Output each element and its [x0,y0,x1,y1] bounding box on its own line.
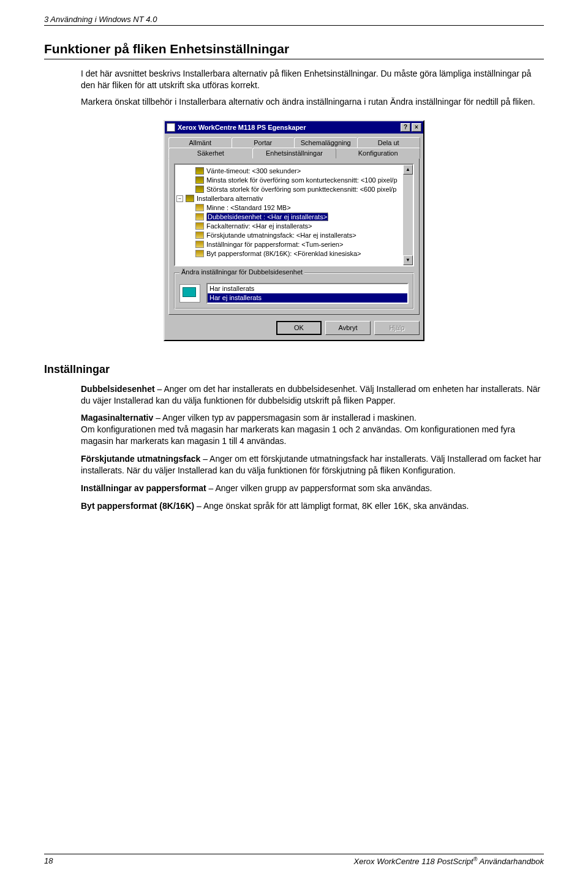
tree-row[interactable]: Dubbelsidesenhet : <Har ej installerats> [176,213,412,222]
tree-label: Förskjutande utmatningsfack: <Har ej ins… [206,231,356,239]
section-heading: Funktioner på fliken Enhetsinställningar [44,42,544,59]
setting-8k-16k: Byt pappersformat (8K/16K) – Ange önskat… [81,500,544,512]
tree-label: Största storlek för överföring som punkt… [206,186,396,193]
option-node-icon [195,213,204,220]
tree-label: Fackalternativ: <Har ej installerats> [206,222,312,230]
tree-label: Minsta storlek för överföring som kontur… [206,176,398,184]
dialog-titlebar: Xerox WorkCentre M118 PS Egenskaper ? × [165,121,423,134]
option-node-icon [195,222,204,230]
tree-row[interactable]: −Installerbara alternativ [176,194,412,203]
tree-row[interactable]: Byt pappersformat (8K/16K): <Förenklad k… [176,249,412,258]
help-dialog-button: Hjälp [374,321,420,335]
tree-label: Byt pappersformat (8K/16K): <Förenklad k… [206,250,361,257]
folder-node-icon [195,167,204,175]
cancel-button[interactable]: Avbryt [325,321,371,335]
tree-row[interactable]: Vänte-timeout: <300 sekunder> [176,167,412,176]
options-tree[interactable]: Vänte-timeout: <300 sekunder>Minsta stor… [174,164,414,266]
list-item[interactable]: Har ej installerats [208,293,407,303]
intro-paragraph-1: I det här avsnittet beskrivs Installerba… [81,68,544,91]
ok-button[interactable]: OK [276,321,322,335]
tree-toggle-icon[interactable]: − [176,195,183,202]
tree-row[interactable]: Minne : <Standard 192 MB> [176,203,412,213]
list-item[interactable]: Har installerats [208,284,407,293]
folder-node-icon [195,186,204,193]
title-icon [167,123,175,132]
setting-paper-format: Inställningar av pappersformat – Anger v… [81,483,544,494]
setting-tray: Magasinalternativ – Anger vilken typ av … [81,412,544,447]
folder-node-icon [186,195,194,202]
tab-dela-ut[interactable]: Dela ut [357,137,421,148]
scroll-down-icon[interactable]: ▼ [403,255,413,265]
close-button[interactable]: × [412,123,421,132]
value-listbox[interactable]: Har installerats Har ej installerats [206,283,409,304]
tab-panel: Vänte-timeout: <300 sekunder>Minsta stor… [168,158,420,315]
option-node-icon [195,241,204,248]
tree-scrollbar[interactable]: ▲ ▼ [403,165,413,265]
tree-label: Minne : <Standard 192 MB> [206,204,291,211]
book-title: Xerox WorkCentre 118 PostScript® Använda… [354,856,544,866]
help-button[interactable]: ? [401,123,410,132]
tree-row[interactable]: Inställningar för pappersformat: <Tum-se… [176,240,412,249]
folder-node-icon [195,176,204,184]
tab-row-back: Allmänt Portar Schemaläggning Dela ut [168,137,420,148]
tree-row[interactable]: Förskjutande utmatningsfack: <Har ej ins… [176,231,412,240]
tree-label: Vänte-timeout: <300 sekunder> [206,167,301,175]
dialog-buttons: OK Avbryt Hjälp [168,321,420,335]
option-node-icon [195,231,204,239]
scroll-up-icon[interactable]: ▲ [403,165,413,175]
tree-label: Installerbara alternativ [197,195,263,202]
tab-allmant[interactable]: Allmänt [168,137,232,148]
running-header: 3 Användning i Windows NT 4.0 [44,15,544,26]
tab-row-front: Säkerhet Enhetsinställningar Konfigurati… [168,148,420,159]
tab-sakerhet[interactable]: Säkerhet [168,148,253,159]
option-node-icon [195,250,204,257]
option-node-icon [195,204,204,211]
tab-konfiguration[interactable]: Konfiguration [336,148,420,159]
tab-portar[interactable]: Portar [232,137,295,148]
duplex-unit-icon [179,284,200,303]
groupbox-title: Ändra inställningar för Dubbelsidesenhet [179,268,304,276]
tree-row[interactable]: Minsta storlek för överföring som kontur… [176,176,412,185]
tab-schemalaggning[interactable]: Schemaläggning [294,137,358,148]
properties-dialog: Xerox WorkCentre M118 PS Egenskaper ? × … [164,120,424,341]
setting-offset-tray: Förskjutande utmatningsfack – Anger om e… [81,453,544,476]
page-number: 18 [44,856,53,866]
page-footer: 18 Xerox WorkCentre 118 PostScript® Anvä… [44,854,544,866]
subsection-heading: Inställningar [44,363,544,376]
setting-duplex: Dubbelsidesenhet – Anger om det har inst… [81,383,544,407]
intro-paragraph-2: Markera önskat tillbehör i Installerbara… [81,96,544,108]
tree-row[interactable]: Största storlek för överföring som punkt… [176,185,412,194]
dialog-title: Xerox WorkCentre M118 PS Egenskaper [178,124,399,131]
tree-label: Inställningar för pappersformat: <Tum-se… [206,241,343,248]
change-settings-group: Ändra inställningar för Dubbelsidesenhet… [174,273,414,309]
dialog-screenshot: Xerox WorkCentre M118 PS Egenskaper ? × … [44,120,544,341]
tab-enhetsinstallningar[interactable]: Enhetsinställningar [252,148,337,159]
tree-row[interactable]: Fackalternativ: <Har ej installerats> [176,222,412,231]
tree-label: Dubbelsidesenhet : <Har ej installerats> [206,213,328,221]
